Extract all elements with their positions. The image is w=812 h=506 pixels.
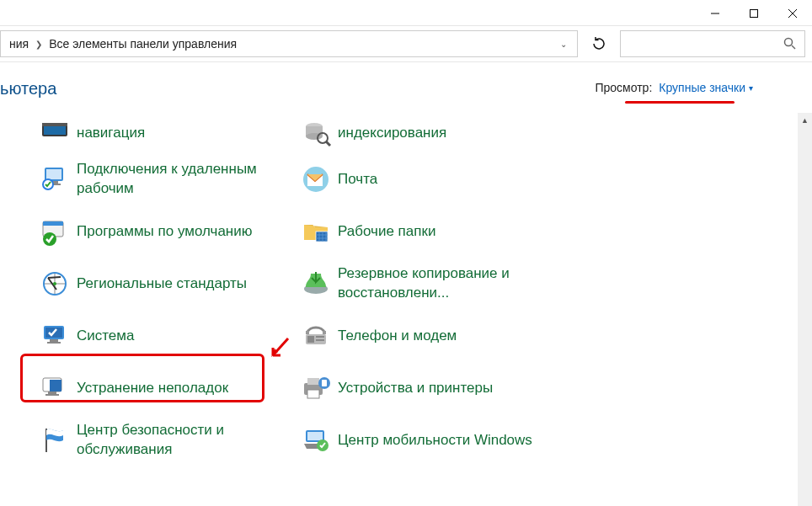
cp-item-label: индексирования (338, 124, 446, 143)
close-button[interactable] (773, 2, 812, 25)
svg-rect-27 (45, 394, 59, 396)
cp-item-label: Почта (338, 170, 377, 189)
cp-item-label: Устройства и принтеры (338, 379, 493, 398)
system-icon (33, 319, 77, 353)
view-by-selector[interactable]: Крупные значки ▾ (659, 81, 753, 94)
cp-item-security-center[interactable]: Центр безопасности и обслуживания (29, 414, 291, 466)
minimize-icon (710, 8, 720, 19)
cp-item-label: навигация (77, 124, 145, 143)
svg-rect-1 (751, 10, 758, 18)
search-icon (783, 36, 796, 52)
items-grid: навигация Подключения к удаленным рабочи… (0, 113, 812, 466)
troubleshoot-icon (33, 371, 77, 405)
svg-rect-23 (47, 342, 61, 344)
cp-item-label: Центр безопасности и обслуживания (77, 421, 286, 460)
cp-item-label: Устранение неполадок (77, 379, 228, 398)
caret-down-icon: ▾ (749, 83, 753, 93)
cp-item-backup[interactable]: Резервное копирование и восстановлени... (291, 258, 552, 310)
maximize-icon (749, 8, 759, 19)
default-programs-icon (33, 215, 77, 248)
svg-rect-7 (44, 126, 66, 135)
svg-rect-48 (322, 380, 327, 386)
tablet-icon (33, 116, 77, 150)
window-controls (696, 2, 812, 25)
view-by-value: Крупные значки (659, 81, 745, 94)
view-by-label: Просмотр: (595, 81, 652, 94)
mobility-center-icon (294, 423, 338, 457)
svg-rect-42 (306, 331, 309, 334)
mail-icon (294, 162, 338, 196)
maximize-button[interactable] (735, 2, 773, 25)
cp-item-label: Региональные стандарты (77, 274, 247, 294)
cp-item-mobility-center[interactable]: Центр мобильности Windows (291, 414, 552, 466)
cp-item-work-folders[interactable]: Рабочие папки (291, 205, 552, 258)
content-area: а навигация Подключения к удаленным рабо… (0, 113, 812, 506)
cp-item-system[interactable]: Система (29, 310, 291, 362)
cp-item-label: Программы по умолчанию (77, 222, 253, 242)
cp-item-troubleshoot[interactable]: Устранение неполадок (29, 362, 291, 414)
chevron-right-icon: ❯ (35, 40, 42, 49)
cp-item-label: Рабочие папки (338, 222, 435, 242)
phone-modem-icon (294, 319, 338, 353)
cp-item-remote-desktop[interactable]: Подключения к удаленным рабочим (29, 153, 291, 205)
cp-item-label: Телефон и модем (338, 327, 457, 346)
svg-rect-39 (307, 336, 314, 343)
svg-rect-15 (43, 221, 63, 226)
minimize-button[interactable] (696, 2, 735, 25)
items-column-right: индексирования Почта Рабочие папки Резер… (291, 113, 552, 466)
cp-item-label: Резервное копирование и восстановлени... (338, 264, 547, 303)
flag-icon (33, 423, 77, 457)
backup-icon (294, 267, 338, 301)
cp-item-label: Центр мобильности Windows (338, 431, 532, 450)
toolbar: ния ❯ Все элементы панели управления ⌄ (0, 25, 812, 62)
svg-rect-45 (307, 378, 319, 385)
cp-item-label: Подключения к удаленным рабочим (77, 160, 286, 199)
vertical-scrollbar[interactable]: ▲ (798, 113, 812, 506)
cp-item-indexing[interactable]: индексирования (291, 113, 552, 153)
region-icon (33, 267, 77, 301)
remote-desktop-icon (33, 162, 77, 196)
cp-item-label: Система (77, 327, 134, 346)
svg-rect-10 (46, 169, 61, 179)
titlebar (0, 0, 812, 25)
svg-rect-8 (42, 123, 67, 126)
chevron-down-icon[interactable]: ⌄ (555, 40, 572, 49)
svg-rect-26 (48, 391, 56, 394)
cp-item-region[interactable]: Региональные стандарты (29, 258, 291, 310)
work-folders-icon (294, 215, 338, 248)
breadcrumb-current[interactable]: Все элементы панели управления (49, 37, 237, 51)
cp-item-default-programs[interactable]: Программы по умолчанию (29, 205, 291, 258)
devices-printers-icon (294, 371, 338, 405)
svg-point-19 (53, 282, 56, 285)
refresh-icon (591, 36, 606, 51)
indexing-icon (294, 116, 338, 150)
svg-rect-40 (316, 336, 324, 338)
close-icon (788, 8, 798, 19)
cp-item-mail[interactable]: Почта (291, 153, 552, 205)
page-heading-fragment: ьютера (0, 79, 56, 99)
svg-point-4 (785, 38, 793, 45)
svg-rect-25 (50, 380, 61, 391)
svg-rect-46 (307, 390, 319, 398)
items-column-left: навигация Подключения к удаленным рабочи… (29, 113, 291, 466)
svg-rect-50 (307, 432, 323, 440)
breadcrumb-fragment: ния (9, 37, 29, 51)
scrollbar-up-arrow-icon[interactable]: ▲ (798, 113, 812, 127)
address-bar[interactable]: ния ❯ Все элементы панели управления ⌄ (0, 30, 578, 57)
svg-rect-22 (50, 339, 58, 342)
svg-line-33 (326, 141, 330, 146)
svg-rect-43 (323, 331, 326, 334)
annotation-underline (625, 101, 735, 104)
search-box[interactable] (620, 30, 805, 57)
cp-item-phone-modem[interactable]: Телефон и модем (291, 310, 552, 362)
cp-item-devices-printers[interactable]: Устройства и принтеры (291, 362, 552, 414)
refresh-button[interactable] (585, 30, 613, 57)
search-input[interactable] (629, 37, 783, 51)
svg-line-5 (792, 45, 795, 49)
view-options-row: ьютера Просмотр: Крупные значки ▾ (0, 62, 812, 113)
cp-item-navigation[interactable]: навигация (29, 113, 291, 153)
svg-rect-41 (316, 339, 324, 341)
